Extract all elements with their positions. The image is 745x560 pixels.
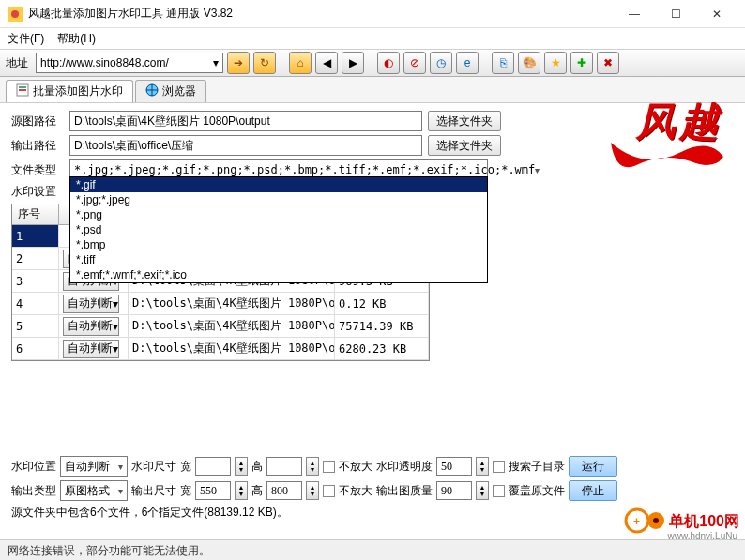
url-combo[interactable]: http://www.sino8848.com/ ▾ — [36, 53, 223, 73]
mode-combo[interactable]: 自动判断▾ — [63, 317, 119, 336]
filetype-option[interactable]: *.psd — [70, 222, 487, 237]
wm-height-input[interactable] — [266, 457, 302, 476]
watermark-pos-combo[interactable]: 自动判断▾ — [60, 456, 128, 477]
tool-btn-a[interactable]: ◐ — [377, 52, 400, 74]
filetype-label: 文件类型 — [11, 162, 64, 178]
spin[interactable]: ▲▼ — [306, 481, 319, 500]
out-height-input[interactable]: 800 — [266, 481, 302, 500]
palette-button[interactable]: 🎨 — [518, 52, 540, 74]
maximize-button[interactable]: ☐ — [655, 1, 696, 27]
chevron-down-icon: ▾ — [535, 165, 540, 175]
spin[interactable]: ▲▼ — [235, 457, 248, 476]
filetype-dropdown[interactable]: *.gif *.jpg;*.jpeg *.png *.psd *.bmp *.t… — [69, 176, 488, 283]
run-button[interactable]: 运行 — [569, 456, 617, 477]
filetype-option[interactable]: *.png — [70, 207, 487, 222]
spin[interactable]: ▲▼ — [306, 457, 319, 476]
wm-width-input[interactable] — [195, 457, 231, 476]
brand-swirl-icon — [606, 133, 728, 174]
filetype-option[interactable]: *.gif — [70, 177, 487, 192]
menu-file[interactable]: 文件(F) — [8, 31, 44, 47]
table-row[interactable]: 5 自动判断▾ D:\tools\桌面\4K壁纸图片 1080P\o... 75… — [12, 315, 429, 338]
minimize-button[interactable]: — — [614, 1, 655, 27]
url-text: http://www.sino8848.com/ — [40, 56, 169, 69]
refresh-button[interactable]: ↻ — [253, 52, 276, 74]
window-title: 风越批量添加图片水印工具 通用版 V3.82 — [28, 6, 614, 22]
svg-point-1 — [11, 10, 19, 18]
site-logo: + 单机100网 www.hdnyi.LuNu — [624, 504, 739, 539]
menu-bar: 文件(F) 帮助(H) — [0, 28, 745, 49]
mode-combo[interactable]: 自动判断▾ — [63, 295, 119, 313]
output-path-label: 输出路径 — [11, 138, 64, 154]
watermark-size-label: 水印尺寸 — [131, 459, 176, 475]
quality-input[interactable]: 90 — [436, 481, 472, 500]
stop-button[interactable]: 停止 — [569, 480, 617, 501]
table-row[interactable]: 6 自动判断▾ D:\tools\桌面\4K壁纸图片 1080P\o... 62… — [12, 338, 429, 360]
source-path-input[interactable]: D:\tools\桌面\4K壁纸图片 1080P\output — [69, 111, 422, 131]
globe-icon — [145, 83, 159, 99]
output-path-input[interactable]: D:\tools\桌面\office\压缩 — [69, 135, 422, 156]
no-enlarge-checkbox2[interactable] — [323, 485, 335, 497]
go-button[interactable]: ➔ — [227, 52, 250, 74]
watermark-pos-label: 水印位置 — [11, 459, 56, 475]
search-subdir-checkbox[interactable] — [493, 461, 505, 473]
filetype-option[interactable]: *.tiff — [70, 252, 487, 267]
overwrite-checkbox[interactable] — [493, 485, 505, 497]
table-row[interactable]: 4 自动判断▾ D:\tools\桌面\4K壁纸图片 1080P\o... 0.… — [12, 293, 429, 315]
svg-point-9 — [653, 518, 659, 523]
close-button[interactable]: ✕ — [696, 1, 737, 27]
back-button[interactable]: ◀ — [315, 52, 338, 74]
quality-label: 输出图质量 — [376, 483, 433, 499]
source-path-label: 源图路径 — [11, 114, 64, 129]
site-logo-icon: + — [624, 504, 665, 539]
no-enlarge-checkbox[interactable] — [323, 461, 335, 473]
add-fav-button[interactable]: ✚ — [570, 52, 593, 74]
forward-button[interactable]: ▶ — [342, 52, 364, 74]
del-fav-button[interactable]: ✖ — [597, 52, 619, 74]
filetype-option[interactable]: *.emf;*.wmf;*.exif;*.ico — [70, 267, 487, 282]
svg-text:+: + — [633, 515, 640, 528]
output-type-combo[interactable]: 原图格式▾ — [60, 480, 128, 501]
watermark-setting-label: 水印设置 — [11, 184, 64, 200]
watermark-tab-icon — [16, 83, 29, 99]
ie-button[interactable]: e — [456, 52, 479, 74]
out-width-input[interactable]: 550 — [195, 481, 231, 500]
filetype-option[interactable]: *.bmp — [70, 237, 487, 252]
spin[interactable]: ▲▼ — [235, 481, 248, 500]
tab-browser[interactable]: 浏览器 — [135, 80, 206, 102]
toolbar: 地址 http://www.sino8848.com/ ▾ ➔ ↻ ⌂ ◀ ▶ … — [0, 49, 745, 77]
tab-strip: 批量添加图片水印 浏览器 — [0, 77, 745, 103]
tool-btn-c[interactable]: ◷ — [430, 52, 452, 74]
opacity-label: 水印透明度 — [376, 459, 433, 475]
output-browse-button[interactable]: 选择文件夹 — [428, 135, 501, 156]
star-button[interactable]: ★ — [544, 52, 567, 74]
output-size-label: 输出尺寸 — [131, 483, 176, 499]
col-index[interactable]: 序号 — [12, 204, 59, 224]
stop-button[interactable]: ⊘ — [403, 52, 426, 74]
mode-combo[interactable]: 自动判断▾ — [63, 340, 119, 358]
spin[interactable]: ▲▼ — [476, 481, 489, 500]
filetype-option[interactable]: *.jpg;*.jpeg — [70, 192, 487, 207]
output-type-label: 输出类型 — [11, 483, 56, 499]
address-label: 地址 — [6, 55, 28, 71]
svg-rect-4 — [19, 89, 26, 91]
status-bar: 网络连接错误，部分功能可能无法使用。 — [0, 539, 745, 560]
copy-button[interactable]: ⎘ — [492, 52, 514, 74]
title-bar: 风越批量添加图片水印工具 通用版 V3.82 — ☐ ✕ — [0, 0, 745, 28]
opacity-input[interactable]: 50 — [436, 457, 472, 476]
spin[interactable]: ▲▼ — [476, 457, 489, 476]
chevron-down-icon: ▾ — [213, 56, 219, 69]
menu-help[interactable]: 帮助(H) — [57, 31, 96, 47]
tab-watermark[interactable]: 批量添加图片水印 — [6, 80, 133, 102]
app-icon — [8, 7, 23, 22]
svg-rect-3 — [19, 86, 26, 88]
source-browse-button[interactable]: 选择文件夹 — [428, 111, 501, 131]
home-button[interactable]: ⌂ — [289, 52, 312, 74]
